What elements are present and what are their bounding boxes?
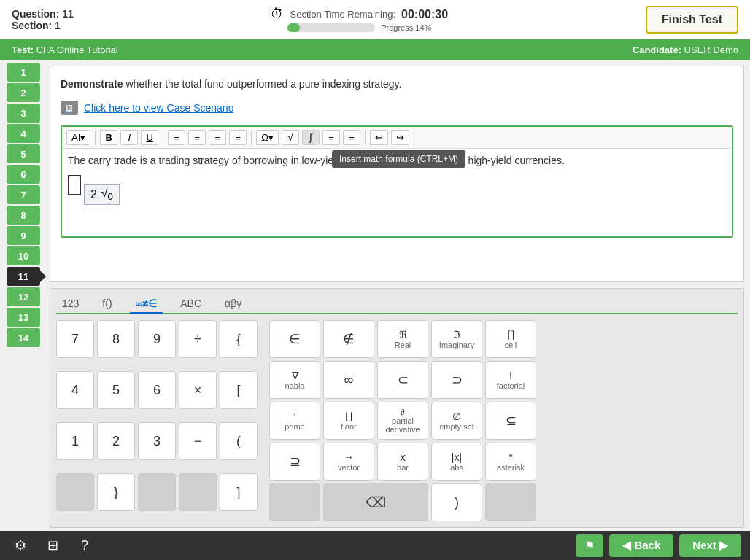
toolbar-omega-btn[interactable]: Ω▾ (256, 130, 279, 145)
key-4[interactable]: 4 (56, 371, 94, 409)
sidebar-item-7[interactable]: 7 (7, 185, 40, 204)
key-bar[interactable]: x̄bar (377, 443, 428, 481)
key-real[interactable]: ℜReal (377, 320, 428, 358)
key-open-brace[interactable]: { (220, 320, 258, 358)
key-close-brace[interactable]: } (97, 473, 135, 511)
sidebar-item-13[interactable]: 13 (7, 308, 40, 327)
sidebar-item-1[interactable]: 1 (7, 63, 40, 82)
key-prime[interactable]: ′prime (269, 402, 320, 440)
key-nabla[interactable]: ∇nabla (269, 361, 320, 399)
tab-123[interactable]: 123 (56, 295, 85, 314)
header-question-info: Question: 11 Section: 1 (12, 8, 74, 31)
test-name: CFA Online Tutorial (36, 44, 118, 55)
toolbar-sqrt-btn[interactable]: √ (282, 130, 299, 145)
sidebar-item-4[interactable]: 4 (7, 124, 40, 143)
key-vector[interactable]: →vector (323, 443, 374, 481)
key-floor[interactable]: ⌊⌋floor (323, 402, 374, 440)
toolbar-align-center-btn[interactable]: ≡ (188, 130, 206, 145)
key-multiply[interactable]: × (179, 371, 217, 409)
key-open-bracket[interactable]: [ (220, 371, 258, 409)
toolbar-math-btn[interactable]: ∫ (302, 130, 320, 145)
toolbar-ai-btn[interactable]: AI▾ (66, 130, 90, 145)
sidebar-item-2[interactable]: 2 (7, 83, 40, 102)
insert-math-tooltip: Insert math formula (CTRL+M) (332, 150, 465, 168)
toolbar-underline-btn[interactable]: U (141, 130, 158, 145)
next-button[interactable]: Next ▶ (679, 534, 741, 557)
key-gray-5[interactable] (485, 483, 536, 521)
sidebar-item-10[interactable]: 10 (7, 246, 40, 265)
key-close-paren[interactable]: ) (431, 483, 482, 521)
key-infinity[interactable]: ∞ (323, 361, 374, 399)
settings-button[interactable]: ⚙ (9, 534, 32, 557)
key-8[interactable]: 8 (97, 320, 135, 358)
key-imaginary[interactable]: ℑImaginary (431, 320, 482, 358)
tab-greek[interactable]: αβγ (219, 295, 247, 314)
sidebar-item-11[interactable]: 11 (7, 267, 40, 286)
key-minus[interactable]: − (179, 422, 217, 460)
key-empty-1[interactable] (56, 473, 94, 511)
toolbar-list2-btn[interactable]: ≡ (343, 130, 360, 145)
keyboard-grid: 7 8 9 ÷ { 4 5 6 × [ 1 2 3 − ( (56, 320, 738, 521)
sidebar-item-8[interactable]: 8 (7, 206, 40, 225)
key-empty-3[interactable] (179, 473, 217, 511)
grid-button[interactable]: ⊞ (41, 534, 64, 557)
help-button[interactable]: ? (73, 534, 96, 557)
top-header: Question: 11 Section: 1 ⏱ Section Time R… (0, 0, 750, 39)
candidate-label: Candidate: (633, 44, 681, 55)
key-subset-eq[interactable]: ⊆ (485, 402, 536, 440)
toolbar-redo-btn[interactable]: ↪ (391, 130, 409, 145)
key-divide[interactable]: ÷ (179, 320, 217, 358)
key-open-paren[interactable]: ( (220, 422, 258, 460)
key-ceil[interactable]: ⌈⌉ceil (485, 320, 536, 358)
question-sidebar: 1 2 3 4 5 6 7 8 9 10 11 12 13 14 (0, 60, 47, 531)
tab-abc[interactable]: ABC (174, 295, 207, 314)
key-5[interactable]: 5 (97, 371, 135, 409)
toolbar-justify-btn[interactable]: ≡ (229, 130, 247, 145)
key-7[interactable]: 7 (56, 320, 94, 358)
case-scenario-icon: 🖼 (61, 101, 78, 115)
toolbar-undo-btn[interactable]: ↩ (370, 130, 388, 145)
sidebar-item-14[interactable]: 14 (7, 328, 40, 347)
key-1[interactable]: 1 (56, 422, 94, 460)
key-close-bracket[interactable]: ] (220, 473, 258, 511)
key-not-element-of[interactable]: ∉ (323, 320, 374, 358)
sidebar-item-3[interactable]: 3 (7, 104, 40, 122)
key-superset-eq[interactable]: ⊇ (269, 443, 320, 481)
key-factorial[interactable]: !factorial (485, 361, 536, 399)
tab-func[interactable]: f() (96, 295, 117, 314)
tab-symbols[interactable]: ∞≠∈ (130, 295, 163, 314)
key-abs[interactable]: |x|abs (431, 443, 482, 481)
toolbar-align-left-btn[interactable]: ≡ (168, 130, 185, 145)
cursor-box (68, 175, 81, 195)
toolbar-align-right-btn[interactable]: ≡ (209, 130, 226, 145)
sidebar-item-9[interactable]: 9 (7, 226, 40, 245)
sidebar-item-6[interactable]: 6 (7, 165, 40, 184)
key-superset[interactable]: ⊃ (431, 361, 482, 399)
sidebar-item-5[interactable]: 5 (7, 144, 40, 163)
back-button[interactable]: ◀ Back (609, 534, 673, 557)
key-9[interactable]: 9 (138, 320, 176, 358)
key-3[interactable]: 3 (138, 422, 176, 460)
key-backspace[interactable]: ⌫ (323, 483, 428, 521)
cursor-area[interactable]: 2 √0 (68, 172, 726, 205)
main-area: 1 2 3 4 5 6 7 8 9 10 11 12 13 14 Demonst… (0, 60, 750, 531)
flag-button[interactable]: ⚑ (576, 534, 603, 557)
key-subset[interactable]: ⊂ (377, 361, 428, 399)
toolbar-sep-3 (251, 131, 252, 145)
test-info-bar: Test: CFA Online Tutorial Candidate: USE… (0, 39, 750, 60)
key-partial[interactable]: ∂partial derivative (377, 402, 428, 440)
toolbar-italic-btn[interactable]: I (120, 130, 138, 145)
finish-test-button[interactable]: Finish Test (646, 6, 738, 34)
toolbar-list1-btn[interactable]: ≡ (322, 130, 340, 145)
key-6[interactable]: 6 (138, 371, 176, 409)
keyboard-tabs: 123 f() ∞≠∈ ABC αβγ (56, 295, 738, 314)
sidebar-item-12[interactable]: 12 (7, 287, 40, 306)
key-empty-set[interactable]: ∅empty set (431, 402, 482, 440)
key-empty-gray[interactable] (269, 483, 320, 521)
toolbar-bold-btn[interactable]: B (100, 130, 117, 145)
key-element-of[interactable]: ∈ (269, 320, 320, 358)
key-asterisk[interactable]: *asterisk (485, 443, 536, 481)
key-2[interactable]: 2 (97, 422, 135, 460)
case-scenario-link[interactable]: 🖼 Click here to view Case Scenario (61, 101, 733, 115)
key-empty-2[interactable] (138, 473, 176, 511)
